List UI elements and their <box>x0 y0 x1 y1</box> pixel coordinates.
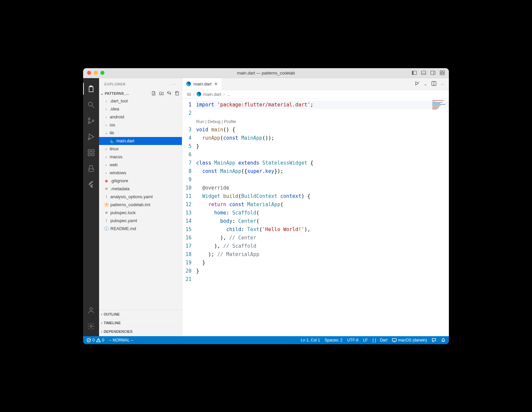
tree-file-analysis[interactable]: !analysis_options.yaml <box>99 193 182 201</box>
git-icon: ◆ <box>104 178 109 183</box>
layout-customize-icon[interactable] <box>440 70 445 75</box>
testing-activity[interactable] <box>83 161 99 177</box>
debug-activity[interactable] <box>83 129 99 145</box>
status-problems[interactable]: 0 0 <box>86 338 104 343</box>
chevron-right-icon: › <box>193 92 195 97</box>
traffic-lights <box>87 71 104 75</box>
svg-rect-7 <box>443 71 445 72</box>
layout-primary-icon[interactable] <box>412 70 417 75</box>
status-vim-mode: -- NORMAL -- <box>109 338 133 343</box>
close-window-button[interactable] <box>87 71 91 75</box>
svg-rect-30 <box>392 339 396 341</box>
dart-file-icon <box>197 92 201 96</box>
scm-activity[interactable] <box>83 113 99 129</box>
status-bell-icon[interactable] <box>441 338 446 343</box>
tree-folder-idea[interactable]: ›.idea <box>99 105 182 113</box>
status-cursor[interactable]: Ln 1, Col 1 <box>301 338 320 343</box>
split-editor-icon[interactable] <box>431 81 437 87</box>
tree-folder-ios[interactable]: ›ios <box>99 121 182 129</box>
breadcrumb-symbol[interactable]: ... <box>227 92 230 97</box>
tree-file-main-dart[interactable]: main.dart <box>99 137 182 145</box>
tree-folder-lib[interactable]: ⌄lib <box>99 129 182 137</box>
svg-point-22 <box>90 325 92 327</box>
collapse-all-icon[interactable] <box>174 91 179 96</box>
sidebar-header: EXPLORER ··· <box>99 78 182 90</box>
dart-file-icon <box>186 81 191 86</box>
breadcrumb-lib[interactable]: lib <box>187 92 191 97</box>
svg-rect-9 <box>443 73 445 75</box>
codelens[interactable]: Run | Debug | Profile <box>196 117 449 126</box>
minimap[interactable] <box>432 100 447 117</box>
tree-folder-android[interactable]: ›android <box>99 113 182 121</box>
status-bar: 0 0 -- NORMAL -- Ln 1, Col 1 Spaces: 2 U… <box>83 336 449 344</box>
editor-more-icon[interactable]: ··· <box>441 81 444 86</box>
explorer-activity[interactable] <box>83 81 99 97</box>
flutter-activity[interactable] <box>83 177 99 193</box>
status-eol[interactable]: LF <box>363 338 368 343</box>
code-lines: import 'package:flutter/material.dart'; … <box>196 99 449 336</box>
svg-point-15 <box>88 138 89 140</box>
run-dropdown-icon[interactable]: ⌄ <box>424 81 427 86</box>
close-tab-icon[interactable]: ✕ <box>214 81 218 86</box>
svg-rect-1 <box>412 71 414 75</box>
status-language[interactable]: { } Dart <box>372 338 387 343</box>
sidebar: EXPLORER ··· ⌄ PATTERNS_... ›.dart_tool … <box>99 78 182 336</box>
vscode-window: main.dart — patterns_codelab <box>83 68 449 344</box>
search-activity[interactable] <box>83 97 99 113</box>
tree-folder-web[interactable]: ›web <box>99 161 182 169</box>
code-editor[interactable]: 1 2 3 4 5 6 7 8 9 10 11 12 13 <box>182 99 449 336</box>
tree-folder-windows[interactable]: ›windows <box>99 169 182 177</box>
svg-rect-17 <box>88 153 90 156</box>
project-header[interactable]: ⌄ PATTERNS_... <box>99 90 182 97</box>
tree-folder-macos[interactable]: ›macos <box>99 153 182 161</box>
svg-rect-4 <box>431 71 435 75</box>
run-config-icon[interactable] <box>414 81 420 87</box>
status-encoding[interactable]: UTF-8 <box>347 338 358 343</box>
breadcrumb-file[interactable]: main.dart <box>203 92 221 97</box>
tree-file-gitignore[interactable]: ◆.gitignore <box>99 177 182 185</box>
file-tree: ›.dart_tool ›.idea ›android ›ios ⌄lib ma… <box>99 97 182 310</box>
new-folder-icon[interactable] <box>159 91 164 96</box>
tree-file-pubspec-yaml[interactable]: !pubspec.yaml <box>99 217 182 225</box>
tree-file-readme[interactable]: ⓘREADME.md <box>99 225 182 233</box>
status-device[interactable]: macOS (darwin) <box>392 338 427 343</box>
titlebar: main.dart — patterns_codelab <box>83 68 449 78</box>
tree-file-iml[interactable]: ⦿patterns_codelab.iml <box>99 201 182 209</box>
extensions-activity[interactable] <box>83 145 99 161</box>
outline-section[interactable]: ›OUTLINE <box>99 310 182 319</box>
layout-panel-icon[interactable] <box>421 70 426 75</box>
new-file-icon[interactable] <box>151 91 156 96</box>
refresh-icon[interactable] <box>167 91 172 96</box>
svg-point-10 <box>88 102 92 106</box>
sidebar-title: EXPLORER <box>104 82 126 86</box>
file-icon: ≡ <box>104 210 109 215</box>
chevron-right-icon: › <box>223 92 225 97</box>
tab-bar: main.dart ✕ ⌄ ··· <box>182 78 449 90</box>
tree-folder-linux[interactable]: ›linux <box>99 145 182 153</box>
iml-icon: ⦿ <box>104 202 109 207</box>
sidebar-more-icon[interactable]: ··· <box>172 82 177 86</box>
file-icon: ≡ <box>104 186 109 191</box>
svg-point-24 <box>418 81 419 82</box>
dart-file-icon <box>110 139 115 143</box>
info-icon: ⓘ <box>104 226 109 232</box>
dependencies-section[interactable]: ›DEPENDENCIES <box>99 328 182 336</box>
breadcrumb[interactable]: lib › main.dart › ... <box>182 90 449 99</box>
project-name: PATTERNS_... <box>105 91 129 95</box>
tree-file-metadata[interactable]: ≡.metadata <box>99 185 182 193</box>
tree-folder-dart-tool[interactable]: ›.dart_tool <box>99 97 182 105</box>
minimize-window-button[interactable] <box>94 71 98 75</box>
yaml-icon: ! <box>104 218 109 223</box>
zoom-window-button[interactable] <box>100 71 104 75</box>
tab-main-dart[interactable]: main.dart ✕ <box>182 78 222 90</box>
line-gutter: 1 2 3 4 5 6 7 8 9 10 11 12 13 <box>182 99 196 336</box>
svg-point-21 <box>90 308 92 310</box>
settings-activity[interactable] <box>83 318 99 334</box>
layout-secondary-icon[interactable] <box>430 70 436 75</box>
status-feedback-icon[interactable] <box>432 338 436 343</box>
status-indent[interactable]: Spaces: 2 <box>325 338 342 343</box>
tree-file-pubspec-lock[interactable]: ≡pubspec.lock <box>99 209 182 217</box>
svg-line-28 <box>88 339 90 341</box>
accounts-activity[interactable] <box>83 302 99 318</box>
timeline-section[interactable]: ›TIMELINE <box>99 319 182 328</box>
